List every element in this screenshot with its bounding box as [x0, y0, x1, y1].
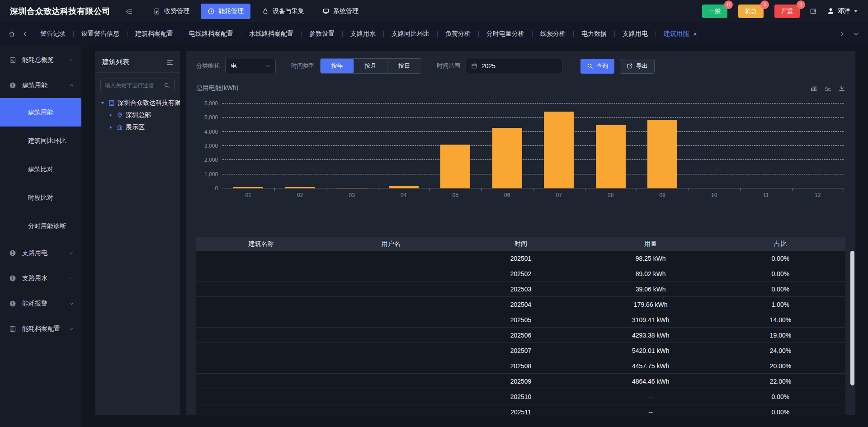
tabs-scroll-right-icon[interactable] — [838, 30, 845, 38]
bar-chart-icon[interactable] — [810, 84, 817, 92]
chart-bar — [647, 120, 677, 188]
tree-node[interactable]: 深圳合众致达科技有限公司 — [95, 97, 180, 109]
timetype-option[interactable]: 按月 — [354, 59, 387, 73]
sidebar-item[interactable]: 支路用水 — [0, 266, 81, 291]
chart-x-tick-label: 06 — [481, 188, 533, 202]
sidebar-item[interactable]: 建筑用能 — [0, 73, 81, 98]
tree-node-label: 展示区 — [126, 123, 145, 131]
export-icon — [627, 63, 633, 69]
building-list-panel: 建筑列表 深圳合众致达科技有限公司深圳总部展示区 — [95, 51, 180, 415]
chart-bar-slot — [274, 103, 326, 188]
tab-item[interactable]: 电力数据 — [574, 30, 614, 38]
tabs-scroll-left-icon[interactable] — [22, 30, 29, 38]
table-cell: 5420.01 kWh — [586, 347, 716, 354]
table-cell: 202505 — [456, 316, 585, 324]
sidebar-item[interactable]: 能耗总概览 — [0, 47, 81, 73]
tab-item[interactable]: 分时电量分析 — [479, 30, 532, 38]
tab-item[interactable]: 支路同比环比 — [384, 30, 437, 38]
timetype-option[interactable]: 按年 — [321, 59, 354, 73]
alert-pill[interactable]: 紧急4 — [738, 5, 764, 18]
top-menu-item-system[interactable]: 系统管理 — [316, 4, 365, 19]
download-icon[interactable] — [838, 84, 845, 92]
table-row: 20250339.06 kWh0.00% — [196, 282, 845, 297]
alert-pill-label: 紧急 — [745, 8, 757, 14]
table-column-header: 占比 — [716, 240, 845, 248]
table-column-header: 用户名 — [326, 240, 456, 248]
tree-node[interactable]: 深圳总部 — [95, 109, 180, 121]
sidebar-subitem[interactable]: 建筑同比环比 — [0, 127, 81, 155]
time-range-input[interactable] — [481, 62, 557, 70]
chart-y-tick-label: 5,000 — [193, 114, 218, 121]
chart-y-tick-label: 4,000 — [193, 129, 218, 135]
table-cell: 4864.46 kWh — [586, 378, 716, 385]
table-row: 2025053109.41 kWh14.00% — [196, 312, 845, 328]
sidebar-subitem[interactable]: 时段比对 — [0, 183, 81, 212]
tree-filter-input[interactable] — [105, 82, 164, 89]
tab-active[interactable]: 建筑用能 — [656, 30, 705, 38]
tab-item[interactable]: 负荷分析 — [438, 30, 478, 38]
time-range-picker[interactable] — [466, 59, 562, 73]
home-icon[interactable] — [8, 30, 15, 38]
tab-label: 设置警告信息 — [81, 30, 119, 38]
table-row: 2025064293.38 kWh19.00% — [196, 328, 845, 343]
chart-y-tick-label: 1,000 — [193, 171, 218, 178]
collapse-sidebar-icon[interactable] — [126, 8, 133, 15]
sidebar-subitem[interactable]: 建筑比对 — [0, 155, 81, 183]
table-row: 202510--0.00% — [196, 389, 845, 404]
sidebar-subitem[interactable]: 建筑用能 — [0, 98, 81, 127]
category-group: 分类能耗 电 — [196, 59, 276, 73]
tab-item[interactable]: 警告记录 — [33, 30, 73, 38]
tree-collapse-icon[interactable] — [166, 59, 174, 66]
timetype-group: 时间类型 按年按月按日 — [291, 58, 421, 74]
chevron-down-icon — [69, 301, 74, 306]
sidebar-item[interactable]: 能耗档案配置 — [0, 316, 81, 342]
sidebar-item[interactable]: 支路用电 — [0, 240, 81, 266]
fullscreen-icon[interactable] — [810, 8, 817, 15]
top-menu-item-billing[interactable]: 收费管理 — [146, 4, 196, 19]
line-chart-icon[interactable] — [824, 84, 831, 92]
chevron-down-icon — [69, 276, 74, 281]
tab-item[interactable]: 参数设置 — [302, 30, 342, 38]
tab-item[interactable]: 线损分析 — [533, 30, 573, 38]
building-list-header: 建筑列表 — [95, 51, 180, 73]
query-button[interactable]: 查询 — [580, 59, 614, 74]
building-list-title: 建筑列表 — [102, 58, 129, 66]
building-icon — [108, 99, 115, 107]
tab-item[interactable]: 水线路档案配置 — [241, 30, 301, 38]
top-menu-item-device[interactable]: 设备与采集 — [255, 4, 311, 19]
user-menu[interactable]: 邓洋 — [827, 7, 858, 15]
tab-item[interactable]: 支路用水 — [343, 30, 383, 38]
tab-label: 水线路档案配置 — [249, 30, 293, 38]
chart-x-tick-label: 01 — [222, 188, 274, 202]
alert-pill-label: 一般 — [709, 8, 721, 14]
chart-x-tick-label: 10 — [689, 188, 741, 202]
category-select[interactable]: 电 — [225, 59, 276, 73]
system-icon — [322, 8, 330, 15]
export-button[interactable]: 导出 — [620, 59, 655, 74]
user-name: 邓洋 — [838, 7, 850, 15]
tab-bar-controls — [838, 30, 860, 38]
sidebar-subitem[interactable]: 分时用能诊断 — [0, 212, 81, 240]
tab-item[interactable]: 支路用电 — [615, 30, 656, 38]
overview-icon — [9, 56, 16, 64]
table-scrollbar-thumb[interactable] — [850, 251, 854, 385]
table-cell: -- — [586, 408, 716, 416]
table-cell: 202502 — [456, 270, 585, 277]
chart-bar-slot — [326, 103, 378, 188]
query-search-icon — [587, 63, 593, 69]
table-cell: 202509 — [456, 378, 585, 385]
top-menu-item-energy[interactable]: 能耗管理 — [201, 4, 250, 19]
table-column-header: 用量 — [586, 240, 716, 248]
tab-item[interactable]: 建筑档案配置 — [127, 30, 181, 38]
sidebar-item[interactable]: 能耗报警 — [0, 291, 81, 316]
alert-pill[interactable]: 一般0 — [702, 5, 727, 18]
alert-circle-icon — [9, 275, 16, 282]
tabs-menu-icon[interactable] — [853, 30, 860, 38]
tab-item[interactable]: 电线路档案配置 — [181, 30, 241, 38]
table-column-header: 时间 — [456, 240, 585, 248]
tab-item[interactable]: 设置警告信息 — [74, 30, 127, 38]
alert-pill[interactable]: 严重0 — [774, 5, 800, 18]
timetype-option[interactable]: 按日 — [387, 59, 421, 73]
tree-node[interactable]: 展示区 — [95, 121, 180, 133]
chart-bar — [440, 145, 470, 188]
